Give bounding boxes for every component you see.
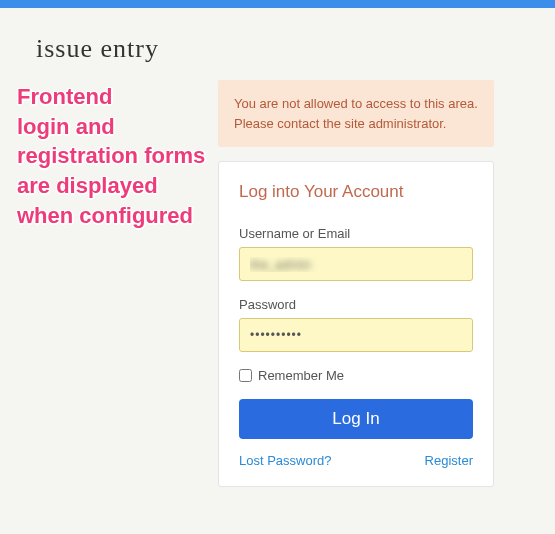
password-label: Password bbox=[239, 297, 473, 312]
remember-me-checkbox[interactable] bbox=[239, 369, 252, 382]
register-link[interactable]: Register bbox=[425, 453, 473, 468]
login-title: Log into Your Account bbox=[239, 182, 473, 202]
access-denied-alert: You are not allowed to access to this ar… bbox=[218, 80, 494, 147]
site-title: issue entry bbox=[36, 34, 555, 64]
password-input[interactable] bbox=[239, 318, 473, 352]
username-input[interactable] bbox=[239, 247, 473, 281]
login-links: Lost Password? Register bbox=[239, 453, 473, 468]
right-column: You are not allowed to access to this ar… bbox=[218, 80, 494, 487]
remember-me-label: Remember Me bbox=[258, 368, 344, 383]
login-card: Log into Your Account Username or Email … bbox=[218, 161, 494, 487]
remember-me-row[interactable]: Remember Me bbox=[239, 368, 473, 383]
top-accent-bar bbox=[0, 0, 555, 8]
username-label: Username or Email bbox=[239, 226, 473, 241]
login-button[interactable]: Log In bbox=[239, 399, 473, 439]
annotation-overlay: Frontend login and registration forms ar… bbox=[17, 82, 205, 230]
lost-password-link[interactable]: Lost Password? bbox=[239, 453, 332, 468]
